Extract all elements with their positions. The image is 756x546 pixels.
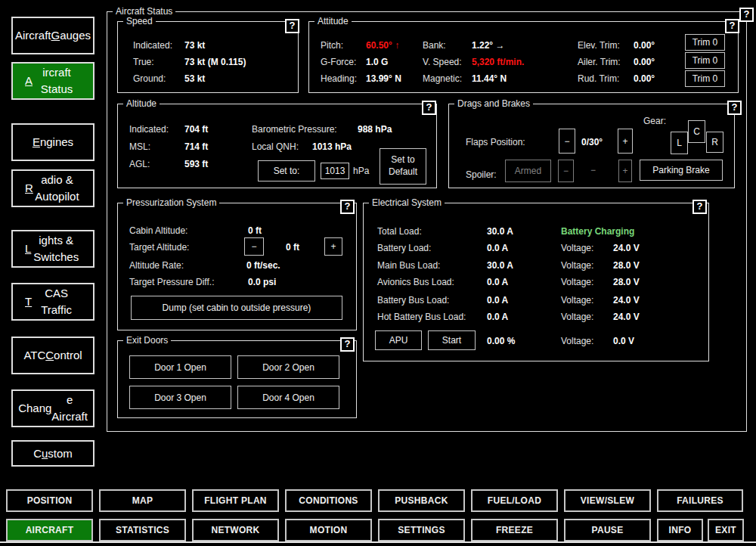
local-qnh-label: Local QNH:	[252, 141, 299, 152]
sidebar-item-tcas-traffic[interactable]: TCAS Traffic	[11, 283, 94, 321]
hot-battery-bus-load-label: Hot Battery Bus Load:	[377, 312, 466, 322]
aircraft-status-title: Aircraft Status	[113, 6, 175, 17]
elev-trim-label: Elev. Trim:	[578, 40, 620, 51]
gear-right-button[interactable]: R	[706, 132, 723, 153]
sidebar-item-custom[interactable]: Custom	[11, 440, 94, 467]
gforce-label: G-Force:	[321, 57, 356, 67]
spoiler-increase-button[interactable]: +	[618, 160, 632, 182]
vspeed-label: V. Speed:	[423, 57, 462, 67]
view-slew-button[interactable]: VIEW/SLEW	[564, 489, 651, 512]
rud-trim-value: 0.00°	[634, 73, 655, 84]
help-icon[interactable]: ?	[692, 200, 707, 214]
info-button[interactable]: INFO	[657, 519, 703, 541]
aircraft-button[interactable]: AIRCRAFT	[6, 519, 93, 541]
cabin-altitude-label: Cabin Altitude:	[129, 225, 187, 236]
door-1-open-button[interactable]: Door 1 Open	[129, 355, 231, 379]
spoiler-decrease-button[interactable]: −	[558, 160, 574, 182]
pressurization-panel: Pressurization System ? Cabin Altitude: …	[117, 203, 357, 330]
sidebar-item-engines[interactable]: Engines	[11, 123, 94, 161]
exit-button[interactable]: EXIT	[708, 519, 744, 541]
sidebar-item-lights-switches[interactable]: Lights & Switches	[11, 230, 94, 268]
apu-voltage-label: Voltage:	[561, 336, 593, 346]
sidebar-item-atc-control[interactable]: ATC Control	[11, 337, 94, 374]
settings-button[interactable]: SETTINGS	[378, 519, 465, 541]
help-icon[interactable]: ?	[727, 101, 742, 115]
motion-button[interactable]: MOTION	[285, 519, 372, 541]
help-icon[interactable]: ?	[739, 8, 754, 22]
target-altitude-decrease-button[interactable]: −	[244, 237, 264, 256]
magnetic-value: 11.44° N	[472, 73, 507, 84]
speed-true-label: True:	[133, 57, 154, 67]
battery-voltage-value: 24.0 V	[613, 243, 640, 253]
fuel-load-button[interactable]: FUEL/LOAD	[471, 489, 558, 512]
elev-trim-zero-button[interactable]: Trim 0	[685, 34, 725, 51]
sidebar-item-change-aircraft[interactable]: Change Aircraft	[11, 389, 94, 427]
set-to-button[interactable]: Set to:	[258, 160, 315, 181]
target-altitude-value: 0 ft	[286, 242, 299, 253]
flight-plan-button[interactable]: FLIGHT PLAN	[192, 489, 279, 512]
electrical-panel: Electrical System ? Total Load: 30.0 A B…	[363, 203, 709, 361]
qnh-input[interactable]	[321, 163, 349, 179]
door-3-open-button[interactable]: Door 3 Open	[129, 386, 231, 409]
bottom-divider	[0, 541, 756, 543]
qnh-unit-label: hPa	[353, 166, 369, 176]
statistics-button[interactable]: STATISTICS	[99, 519, 186, 541]
alt-indicated-value: 704 ft	[184, 124, 208, 135]
alt-msl-label: MSL:	[129, 141, 150, 152]
door-4-open-button[interactable]: Door 4 Open	[237, 386, 339, 409]
speed-title: Speed	[123, 16, 156, 26]
baro-pressure-label: Barometric Pressure:	[252, 124, 337, 135]
pushback-button[interactable]: PUSHBACK	[378, 489, 465, 512]
spoiler-armed-button[interactable]: Armed	[505, 160, 551, 182]
sidebar-item-radio-autopilot[interactable]: Radio & Autopilot	[11, 169, 94, 207]
help-icon[interactable]: ?	[422, 101, 436, 115]
heading-value: 13.99° N	[366, 73, 401, 84]
drags-brakes-panel: Drags and Brakes ? Flaps Position: − 0/3…	[448, 104, 735, 188]
battery-load-label: Battery Load:	[377, 243, 431, 253]
apu-start-button[interactable]: Start	[428, 330, 476, 350]
vspeed-value: 5,320 ft/min.	[472, 57, 524, 67]
battery-bus-load-label: Battery Bus Load:	[377, 295, 449, 306]
door-2-open-button[interactable]: Door 2 Open	[237, 355, 339, 379]
conditions-button[interactable]: CONDITIONS	[285, 489, 372, 512]
ailer-trim-value: 0.00°	[634, 57, 655, 67]
apu-button[interactable]: APU	[375, 330, 422, 350]
target-altitude-label: Target Altitude:	[129, 242, 189, 253]
map-button[interactable]: MAP	[99, 489, 186, 512]
bank-label: Bank:	[423, 40, 446, 51]
gforce-value: 1.0 G	[366, 57, 388, 67]
total-load-value: 30.0 A	[487, 226, 513, 237]
failures-button[interactable]: FAILURES	[657, 489, 743, 512]
sidebar-item-aircraft-gauges[interactable]: Aircraft Gauges	[11, 17, 94, 54]
elev-trim-value: 0.00°	[634, 40, 655, 51]
sidebar-item-aircraft-status[interactable]: Aircraft Status	[11, 62, 94, 100]
help-icon[interactable]: ?	[285, 19, 299, 33]
help-icon[interactable]: ?	[340, 337, 355, 352]
avionics-bus-load-value: 0.0 A	[487, 277, 508, 287]
heading-label: Heading:	[321, 73, 357, 84]
dump-button[interactable]: Dump (set cabin to outside pressure)	[131, 296, 342, 320]
ailer-trim-zero-button[interactable]: Trim 0	[685, 52, 725, 69]
network-button[interactable]: NETWORK	[192, 519, 279, 541]
battery-bus-load-value: 0.0 A	[487, 295, 508, 306]
pause-button[interactable]: PAUSE	[564, 519, 651, 541]
help-icon[interactable]: ?	[725, 19, 739, 33]
help-icon[interactable]: ?	[340, 200, 355, 214]
avionics-bus-voltage-label: Voltage:	[561, 277, 593, 287]
set-to-default-button[interactable]: Set to Default	[380, 148, 426, 185]
position-button[interactable]: POSITION	[6, 489, 93, 512]
bank-value: 1.22° →	[472, 40, 505, 51]
target-pressure-diff-label: Target Pressure Diff.:	[129, 277, 215, 287]
freeze-button[interactable]: FREEZE	[471, 519, 558, 541]
alt-agl-label: AGL:	[129, 159, 150, 169]
parking-brake-button[interactable]: Parking Brake	[640, 160, 723, 181]
battery-voltage-label: Voltage:	[561, 243, 593, 253]
battery-bus-voltage-label: Voltage:	[561, 295, 593, 306]
gear-center-button[interactable]: C	[688, 120, 705, 143]
flaps-increase-button[interactable]: +	[618, 129, 633, 154]
target-altitude-increase-button[interactable]: +	[324, 237, 342, 256]
attitude-panel: Attitude ? Pitch: 60.50° ↑ G-Force: 1.0 …	[308, 21, 739, 93]
flaps-decrease-button[interactable]: −	[559, 129, 575, 154]
gear-left-button[interactable]: L	[671, 132, 688, 154]
rud-trim-zero-button[interactable]: Trim 0	[685, 70, 725, 87]
